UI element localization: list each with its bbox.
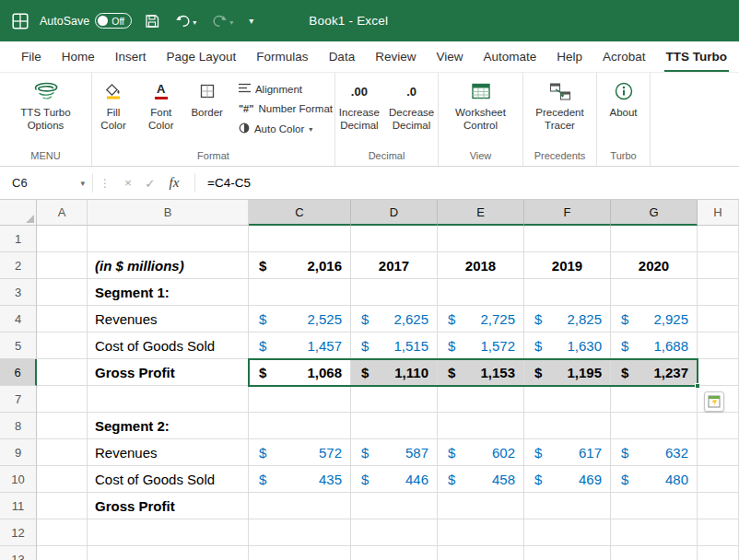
row-header-10[interactable]: 10	[0, 466, 37, 493]
cell-D5[interactable]: $1,515	[351, 332, 438, 359]
about-button[interactable]: About	[605, 79, 640, 121]
cell-E11[interactable]	[438, 493, 524, 519]
cell-B5[interactable]: Cost of Goods Sold	[88, 332, 249, 359]
cell-D10[interactable]: $446	[351, 466, 438, 493]
cell-A10[interactable]	[37, 466, 88, 493]
row-header-12[interactable]: 12	[0, 519, 37, 546]
cell-H1[interactable]	[698, 226, 739, 252]
cell-C8[interactable]	[249, 413, 351, 439]
row-header-9[interactable]: 9	[0, 439, 37, 466]
font-color-button[interactable]: A Font Color	[136, 79, 185, 134]
cell-H5[interactable]	[698, 332, 739, 359]
cell-G10[interactable]: $480	[611, 466, 698, 493]
cell-E3[interactable]	[438, 279, 524, 306]
cell-F12[interactable]	[524, 519, 611, 546]
menu-tab-automate[interactable]: Automate	[473, 41, 546, 72]
cell-D6[interactable]: $1,110	[351, 359, 438, 386]
menu-tab-data[interactable]: Data	[319, 41, 366, 72]
cell-H10[interactable]	[698, 466, 739, 493]
menu-tab-file[interactable]: File	[11, 41, 52, 72]
cell-F10[interactable]: $469	[524, 466, 611, 493]
cell-C1[interactable]	[249, 226, 351, 252]
decrease-decimal-button[interactable]: .0 Decrease Decimal	[385, 79, 438, 134]
precedent-tracer-button[interactable]: Precedent Tracer	[530, 79, 591, 134]
cell-F6[interactable]: $1,195	[524, 359, 611, 386]
save-button[interactable]	[142, 12, 162, 30]
insert-function-icon[interactable]: fx	[161, 175, 187, 191]
row-header-7[interactable]: 7	[0, 386, 37, 413]
cell-C5[interactable]: $1,457	[249, 332, 351, 359]
column-header-E[interactable]: E	[438, 200, 524, 226]
cell-G5[interactable]: $1,688	[611, 332, 698, 359]
menu-tab-review[interactable]: Review	[365, 41, 426, 72]
worksheet-control-button[interactable]: Worksheet Control	[451, 79, 511, 134]
cell-B12[interactable]	[88, 519, 249, 546]
cell-F13[interactable]	[524, 546, 611, 560]
menu-tab-help[interactable]: Help	[546, 41, 592, 72]
cell-F7[interactable]	[524, 386, 611, 413]
menu-tab-page-layout[interactable]: Page Layout	[157, 41, 247, 72]
cell-B9[interactable]: Revenues	[88, 439, 249, 466]
cell-F1[interactable]	[524, 226, 611, 252]
cell-F8[interactable]	[524, 413, 611, 439]
excel-app-icon[interactable]	[11, 12, 29, 30]
formula-input[interactable]: =C4-C5	[194, 173, 739, 193]
cell-E9[interactable]: $602	[438, 439, 524, 466]
cell-G8[interactable]	[611, 413, 698, 439]
alignment-button[interactable]: Alignment	[237, 82, 334, 96]
cell-B2[interactable]: (in $ millions)	[88, 252, 249, 279]
row-header-13[interactable]: 13	[0, 546, 37, 560]
menu-tab-view[interactable]: View	[426, 41, 473, 72]
cell-G1[interactable]	[611, 226, 698, 252]
cell-G2[interactable]: 2020	[611, 252, 698, 279]
cell-C2[interactable]: $2,016	[249, 252, 351, 279]
redo-button[interactable]: ▾	[209, 12, 236, 29]
border-button[interactable]: Border	[187, 79, 227, 121]
cell-G6[interactable]: $1,237	[611, 359, 698, 386]
row-header-5[interactable]: 5	[0, 332, 37, 359]
cell-A3[interactable]	[37, 279, 88, 306]
cell-C10[interactable]: $435	[249, 466, 351, 493]
row-header-11[interactable]: 11	[0, 493, 37, 519]
fill-color-button[interactable]: Fill Color	[92, 79, 135, 134]
row-header-4[interactable]: 4	[0, 306, 37, 332]
cell-H11[interactable]	[698, 493, 739, 519]
cell-C3[interactable]	[249, 279, 351, 306]
cell-F4[interactable]: $2,825	[524, 306, 611, 332]
undo-button[interactable]: ▾	[172, 12, 199, 29]
cell-B4[interactable]: Revenues	[88, 306, 249, 332]
row-header-1[interactable]: 1	[0, 226, 37, 252]
cell-F5[interactable]: $1,630	[524, 332, 611, 359]
cell-A12[interactable]	[37, 519, 88, 546]
cell-F2[interactable]: 2019	[524, 252, 611, 279]
cell-D11[interactable]	[351, 493, 438, 519]
cell-C13[interactable]	[249, 546, 351, 560]
cell-C4[interactable]: $2,525	[249, 306, 351, 332]
row-header-8[interactable]: 8	[0, 413, 37, 439]
column-header-B[interactable]: B	[88, 200, 249, 226]
cell-D9[interactable]: $587	[351, 439, 438, 466]
cell-A11[interactable]	[37, 493, 88, 519]
cell-E7[interactable]	[438, 386, 524, 413]
cell-A4[interactable]	[37, 306, 88, 332]
cell-E1[interactable]	[438, 226, 524, 252]
cell-G11[interactable]	[611, 493, 698, 519]
cell-G4[interactable]: $2,925	[611, 306, 698, 332]
menu-tab-formulas[interactable]: Formulas	[246, 41, 318, 72]
cell-B7[interactable]	[88, 386, 249, 413]
cell-A8[interactable]	[37, 413, 88, 439]
cell-G13[interactable]	[611, 546, 698, 560]
fill-handle[interactable]	[695, 383, 700, 389]
cell-G9[interactable]: $632	[611, 439, 698, 466]
cell-B10[interactable]: Cost of Goods Sold	[88, 466, 249, 493]
menu-tab-tts-turbo[interactable]: TTS Turbo	[656, 41, 738, 72]
cell-C6[interactable]: $1,068	[249, 359, 351, 386]
enter-icon[interactable]: ✓	[139, 176, 161, 191]
cell-A9[interactable]	[37, 439, 88, 466]
cell-D4[interactable]: $2,625	[351, 306, 438, 332]
increase-decimal-button[interactable]: .00 Increase Decimal	[335, 79, 383, 134]
cell-C12[interactable]	[249, 519, 351, 546]
formula-bar-splitter[interactable]: ⋮	[92, 173, 117, 193]
cell-H12[interactable]	[698, 519, 739, 546]
cell-E5[interactable]: $1,572	[438, 332, 524, 359]
